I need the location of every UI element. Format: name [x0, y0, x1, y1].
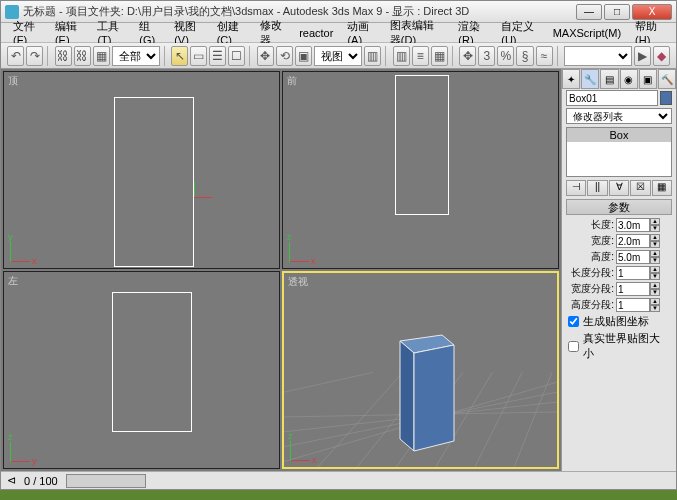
refcoord-dropdown[interactable]: 视图 — [314, 46, 362, 66]
align-button[interactable]: ≡ — [412, 46, 429, 66]
spin-up[interactable]: ▲ — [650, 218, 660, 225]
spin-up[interactable]: ▲ — [650, 282, 660, 289]
axis-icon: xz — [289, 232, 319, 262]
play-icon[interactable]: ⊲ — [7, 474, 16, 487]
modifier-item[interactable]: Box — [567, 128, 671, 142]
object-wireframe — [112, 292, 192, 432]
svg-line-8 — [473, 372, 523, 469]
maximize-button[interactable]: □ — [604, 4, 630, 20]
mirror-button[interactable]: ▥ — [393, 46, 410, 66]
spin-up[interactable]: ▲ — [650, 234, 660, 241]
spin-up[interactable]: ▲ — [650, 298, 660, 305]
modifier-dropdown[interactable]: 修改器列表 — [566, 108, 672, 124]
time-slider[interactable] — [66, 474, 146, 488]
wseg-input[interactable] — [616, 282, 650, 296]
params-header[interactable]: 参数 — [566, 199, 672, 215]
spin-down[interactable]: ▼ — [650, 241, 660, 248]
viewport-label: 顶 — [8, 74, 18, 88]
separator — [452, 46, 456, 66]
spin-up[interactable]: ▲ — [650, 266, 660, 273]
height-label: 高度: — [566, 250, 614, 264]
spin-down[interactable]: ▼ — [650, 305, 660, 312]
viewport-left[interactable]: 左 yz — [3, 271, 280, 469]
rotate-button[interactable]: ⟲ — [276, 46, 293, 66]
scale-button[interactable]: ▣ — [295, 46, 312, 66]
lseg-label: 长度分段: — [566, 266, 614, 280]
select-button[interactable]: ↖ — [171, 46, 188, 66]
percent-snap-button[interactable]: % — [497, 46, 514, 66]
statusbar: ⊲ 0 / 100 — [1, 471, 676, 489]
app-window: 无标题 - 项目文件夹: D:\用户目录\我的文档\3dsmax - Autod… — [0, 0, 677, 490]
undo-button[interactable]: ↶ — [7, 46, 24, 66]
axis-icon: xz — [290, 431, 320, 461]
array-button[interactable]: ▦ — [431, 46, 448, 66]
redo-button[interactable]: ↷ — [26, 46, 43, 66]
modify-tab[interactable]: 🔧 — [581, 69, 599, 89]
angle-snap-button[interactable]: 3 — [478, 46, 495, 66]
main-area: 顶 xy 前 xz 左 yz 透视 — [1, 69, 676, 471]
edge-snap-button[interactable]: § — [516, 46, 533, 66]
select-window-button[interactable]: ☐ — [228, 46, 245, 66]
spin-down[interactable]: ▼ — [650, 225, 660, 232]
viewport-top[interactable]: 顶 xy — [3, 71, 280, 269]
menu-reactor[interactable]: reactor — [293, 25, 339, 41]
lseg-input[interactable] — [616, 266, 650, 280]
width-label: 宽度: — [566, 234, 614, 248]
realworld-label: 真实世界贴图大小 — [583, 331, 670, 361]
render-button[interactable]: ◆ — [653, 46, 670, 66]
utilities-tab[interactable]: 🔨 — [658, 69, 676, 89]
length-input[interactable] — [616, 218, 650, 232]
box-object-3d — [392, 323, 464, 453]
select-region-button[interactable]: ▭ — [190, 46, 207, 66]
hierarchy-tab[interactable]: ▤ — [600, 69, 618, 89]
pin-stack-button[interactable]: ⊣ — [566, 180, 586, 196]
motion-tab[interactable]: ◉ — [620, 69, 638, 89]
separator — [164, 46, 168, 66]
realworld-checkbox[interactable] — [568, 341, 579, 352]
wseg-label: 宽度分段: — [566, 282, 614, 296]
spin-down[interactable]: ▼ — [650, 257, 660, 264]
command-tabs: ✦ 🔧 ▤ ◉ ▣ 🔨 — [562, 69, 676, 89]
link-button[interactable]: ⛓ — [55, 46, 72, 66]
create-tab[interactable]: ✦ — [562, 69, 580, 89]
move-button[interactable]: ✥ — [257, 46, 274, 66]
configure-button[interactable]: ▦ — [652, 180, 672, 196]
command-panel: ✦ 🔧 ▤ ◉ ▣ 🔨 修改器列表 Box ⊣ || ∀ ☒ — [561, 69, 676, 471]
minimize-button[interactable]: — — [576, 4, 602, 20]
play-button[interactable]: ▶ — [634, 46, 651, 66]
viewport-front[interactable]: 前 xz — [282, 71, 559, 269]
object-color-swatch[interactable] — [660, 91, 672, 105]
selection-filter-dropdown[interactable]: 全部 — [112, 46, 160, 66]
center-button[interactable]: ▥ — [364, 46, 381, 66]
bind-button[interactable]: ▦ — [93, 46, 110, 66]
length-label: 长度: — [566, 218, 614, 232]
named-set-dropdown[interactable] — [564, 46, 632, 66]
show-end-button[interactable]: || — [587, 180, 607, 196]
height-input[interactable] — [616, 250, 650, 264]
object-name-field[interactable] — [566, 90, 658, 106]
main-toolbar: ↶ ↷ ⛓ ⛓ ▦ 全部 ↖ ▭ ☰ ☐ ✥ ⟲ ▣ 视图 ▥ ▥ ≡ ▦ ✥ … — [1, 43, 676, 69]
menu-maxscript[interactable]: MAXScript(M) — [547, 25, 627, 41]
axis-icon: yz — [10, 432, 40, 462]
make-unique-button[interactable]: ∀ — [609, 180, 629, 196]
hseg-input[interactable] — [616, 298, 650, 312]
select-name-button[interactable]: ☰ — [209, 46, 226, 66]
viewports: 顶 xy 前 xz 左 yz 透视 — [1, 69, 561, 471]
object-wireframe — [395, 75, 449, 215]
unlink-button[interactable]: ⛓ — [74, 46, 91, 66]
separator — [385, 46, 389, 66]
separator — [47, 46, 51, 66]
width-input[interactable] — [616, 234, 650, 248]
spin-up[interactable]: ▲ — [650, 250, 660, 257]
remove-mod-button[interactable]: ☒ — [630, 180, 650, 196]
modifier-stack[interactable]: Box — [566, 127, 672, 177]
mapcoords-label: 生成贴图坐标 — [583, 314, 649, 329]
viewport-perspective[interactable]: 透视 xz — [282, 271, 559, 469]
mapcoords-checkbox[interactable] — [568, 316, 579, 327]
display-tab[interactable]: ▣ — [639, 69, 657, 89]
spin-down[interactable]: ▼ — [650, 273, 660, 280]
spin-down[interactable]: ▼ — [650, 289, 660, 296]
viewport-label: 左 — [8, 274, 18, 288]
measure-button[interactable]: ≈ — [536, 46, 553, 66]
snap-button[interactable]: ✥ — [459, 46, 476, 66]
